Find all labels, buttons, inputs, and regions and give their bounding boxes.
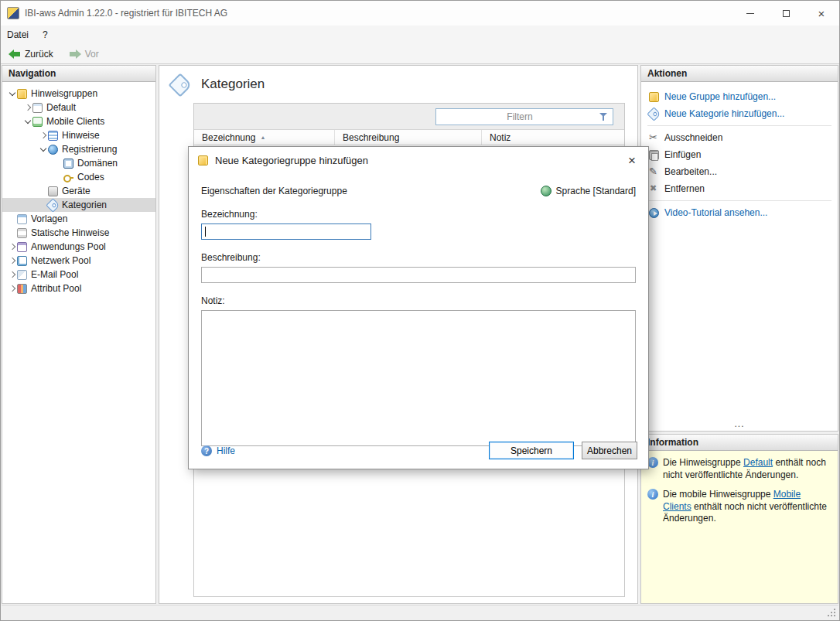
- actions-header: Aktionen: [641, 66, 838, 82]
- tree-item-label: E-Mail Pool: [31, 269, 78, 280]
- column-header-label: Notiz: [490, 132, 510, 143]
- tree-item-label: Default: [46, 102, 76, 113]
- menu-datei[interactable]: Datei: [1, 26, 35, 44]
- action-video-tutorial-ansehen[interactable]: Video-Tutorial ansehen...: [641, 204, 838, 221]
- tree-item-kategorien[interactable]: Kategorien: [2, 198, 155, 212]
- menu-help[interactable]: ?: [35, 26, 56, 44]
- tree-item-attribut-pool[interactable]: Attribut Pool: [2, 281, 155, 295]
- notices-icon: [48, 131, 58, 141]
- notiz-label: Notiz:: [201, 295, 636, 306]
- tree-item-label: Statische Hinweise: [31, 227, 109, 238]
- navigation-header: Navigation: [2, 66, 155, 82]
- registration-icon: [48, 145, 58, 155]
- tree-item-dom-nen[interactable]: Domänen: [2, 156, 155, 170]
- filter-input[interactable]: [440, 111, 599, 122]
- maximize-button[interactable]: [768, 1, 804, 26]
- forward-button[interactable]: Vor: [66, 46, 102, 63]
- tree-item-ger-te[interactable]: Geräte: [2, 184, 155, 198]
- window-title: IBI-aws Admin 1.22.0 - registriert für I…: [25, 8, 227, 19]
- resize-grip[interactable]: [827, 608, 836, 617]
- menubar: Datei ?: [1, 26, 839, 44]
- information-content: Die Hinweisgruppe Default enthält noch n…: [641, 451, 838, 603]
- chevron-slot: [38, 148, 48, 151]
- information-link-default[interactable]: Default: [743, 457, 773, 468]
- action-bearbeiten[interactable]: Bearbeiten...: [641, 163, 838, 180]
- dialog-section-title: Eigenschaften der Kategoriegruppe: [201, 186, 347, 196]
- column-header-notiz[interactable]: Notiz: [482, 130, 624, 145]
- tree-item-label: Mobile Clients: [46, 116, 104, 127]
- action-label: Einfügen: [664, 149, 701, 160]
- language-selector[interactable]: Sprache [Standard]: [541, 186, 636, 196]
- action-einf-gen[interactable]: Einfügen: [641, 146, 838, 163]
- action-label: Entfernen: [664, 183, 705, 194]
- tree-item-label: Registrierung: [62, 144, 117, 155]
- chevron-slot: [38, 133, 48, 138]
- save-button[interactable]: Speichern: [489, 442, 574, 459]
- minimize-button[interactable]: [732, 1, 768, 26]
- tree-item-statische-hinweise[interactable]: Statische Hinweise: [2, 226, 155, 240]
- dialog-close-icon[interactable]: ×: [625, 152, 639, 169]
- email-pool-icon: [17, 270, 27, 280]
- chevron-right-icon[interactable]: [39, 132, 46, 138]
- information-text-prefix: Die Hinweisgruppe: [663, 457, 743, 468]
- tree-item-e-mail-pool[interactable]: E-Mail Pool: [2, 268, 155, 281]
- tree-item-label: Vorlagen: [31, 213, 67, 224]
- tree-item-anwendungs-pool[interactable]: Anwendungs Pool: [2, 240, 155, 254]
- minimize-icon: [746, 13, 754, 14]
- new-category-icon: [647, 107, 661, 121]
- filter-box: [435, 108, 613, 125]
- separator: [647, 200, 831, 201]
- tree-item-default[interactable]: Default: [2, 101, 155, 114]
- information-text: Die mobile Hinweisgruppe Mobile Clients …: [663, 489, 831, 525]
- bezeichnung-input[interactable]: [201, 223, 371, 240]
- help-link-label: Hilfe: [217, 445, 235, 456]
- chevron-slot: [7, 244, 17, 249]
- static-notices-icon: [17, 228, 27, 238]
- chevron-down-icon[interactable]: [24, 118, 30, 124]
- right-column: Aktionen Neue Gruppe hinzufügen...Neue K…: [640, 65, 838, 604]
- back-button[interactable]: Zurück: [5, 46, 56, 63]
- chevron-slot: [7, 272, 17, 277]
- chevron-slot: [7, 92, 17, 95]
- notiz-textarea[interactable]: [201, 310, 636, 446]
- help-link[interactable]: Hilfe: [201, 445, 235, 456]
- tree-item-hinweisgruppen[interactable]: Hinweisgruppen: [2, 87, 155, 101]
- chevron-right-icon[interactable]: [24, 104, 30, 111]
- action-ausschneiden[interactable]: Ausschneiden: [641, 129, 838, 146]
- chevron-down-icon[interactable]: [9, 90, 15, 96]
- tree-item-codes[interactable]: Codes: [2, 170, 155, 184]
- tree-item-mobile-clients[interactable]: Mobile Clients: [2, 114, 155, 128]
- navigation-tree: HinweisgruppenDefaultMobile ClientsHinwe…: [2, 82, 155, 295]
- network-pool-icon: [17, 256, 27, 266]
- action-neue-gruppe-hinzuf-gen[interactable]: Neue Gruppe hinzufügen...: [641, 88, 838, 105]
- close-button[interactable]: ×: [804, 1, 839, 26]
- forward-button-label: Vor: [85, 49, 99, 60]
- window-controls: ×: [732, 1, 839, 26]
- tree-item-registrierung[interactable]: Registrierung: [2, 142, 155, 156]
- cancel-button[interactable]: Abbrechen: [582, 442, 637, 459]
- tree-item-vorlagen[interactable]: Vorlagen: [2, 212, 155, 226]
- chevron-right-icon[interactable]: [9, 258, 15, 264]
- column-header-bezeichnung[interactable]: Bezeichnung▲: [194, 130, 335, 145]
- information-item: Die Hinweisgruppe Default enthält noch n…: [647, 457, 831, 481]
- action-entfernen[interactable]: Entfernen: [641, 180, 838, 197]
- information-header: Information: [641, 435, 838, 451]
- new-category-group-dialog: Neue Kategoriegruppe hinzufügen × Eigens…: [188, 146, 649, 469]
- tree-item-label: Anwendungs Pool: [31, 241, 106, 252]
- beschreibung-input[interactable]: [201, 267, 636, 283]
- column-header-beschreibung[interactable]: Beschreibung: [335, 130, 482, 145]
- templates-icon: [17, 214, 27, 224]
- chevron-right-icon[interactable]: [9, 271, 15, 278]
- chevron-slot: [22, 105, 32, 110]
- chevron-right-icon[interactable]: [9, 244, 15, 250]
- table-header-row: Bezeichnung▲BeschreibungNotiz: [194, 130, 624, 145]
- information-text: Die Hinweisgruppe Default enthält noch n…: [663, 457, 831, 481]
- tree-item-hinweise[interactable]: Hinweise: [2, 128, 155, 142]
- tree-item-label: Kategorien: [62, 200, 107, 210]
- chevron-right-icon[interactable]: [9, 285, 15, 292]
- tree-item-netzwerk-pool[interactable]: Netzwerk Pool: [2, 254, 155, 268]
- statusbar: [2, 605, 838, 619]
- chevron-down-icon[interactable]: [39, 145, 46, 152]
- action-neue-kategorie-hinzuf-gen[interactable]: Neue Kategorie hinzufügen...: [641, 105, 838, 122]
- filter-funnel-icon[interactable]: [599, 112, 609, 121]
